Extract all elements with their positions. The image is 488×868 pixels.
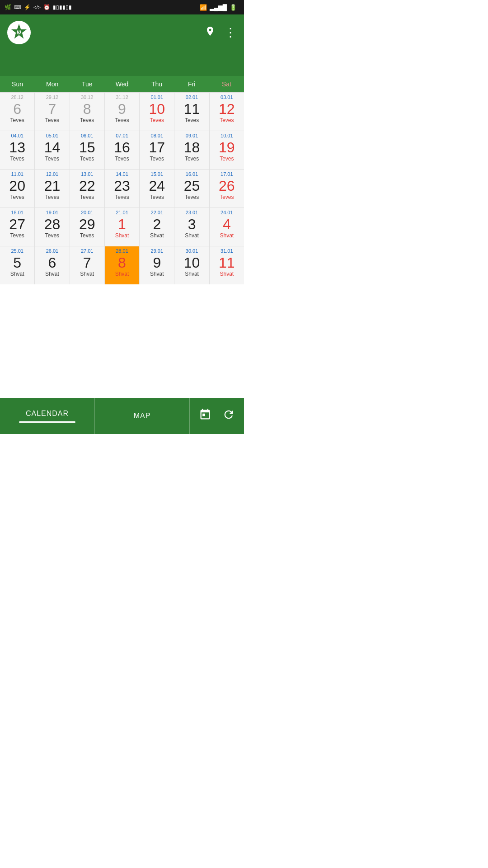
refresh-icon[interactable]	[222, 408, 235, 424]
calendar-cell[interactable]: 28.126Teves	[0, 93, 34, 131]
hebrew-month: Teves	[185, 117, 199, 123]
bottom-tab-calendar[interactable]: CALENDAR	[0, 398, 95, 434]
code-icon: ⌨	[14, 5, 21, 10]
calendar-cell[interactable]: 18.0127Teves	[0, 208, 34, 246]
date-number: 8	[83, 101, 91, 117]
gregorian-date: 30.12	[81, 94, 94, 100]
date-number: 18	[184, 140, 200, 156]
calendar-icon[interactable]	[199, 408, 211, 424]
calendar-cell[interactable]: 08.0117Teves	[140, 131, 174, 169]
hebrew-month: Teves	[45, 156, 59, 162]
hebrew-month: Teves	[185, 194, 199, 200]
barcode-icon: ▮▯▮▮▯▮	[53, 4, 72, 10]
calendar-cell[interactable]: 26.016Shvat	[35, 246, 69, 284]
clock-icon: ⏰	[43, 4, 50, 10]
date-number: 21	[44, 178, 61, 194]
calendar-cell[interactable]: 28.018Shvat	[105, 246, 139, 284]
gregorian-date: 03.01	[221, 94, 233, 100]
hebrew-month: Teves	[80, 117, 94, 123]
hebrew-month: Teves	[80, 232, 94, 239]
hebrew-month: Shvat	[115, 271, 129, 277]
date-number: 9	[118, 101, 126, 117]
calendar-cell[interactable]: 29.019Shvat	[140, 246, 174, 284]
hebrew-month: Teves	[150, 117, 164, 123]
gregorian-date: 08.01	[151, 133, 164, 139]
calendar-cell[interactable]: 19.0128Teves	[35, 208, 69, 246]
hebrew-month: Teves	[150, 156, 164, 162]
hebrew-month: Teves	[220, 117, 234, 123]
hebrew-month: Teves	[220, 194, 234, 200]
gregorian-date: 29.01	[151, 248, 164, 254]
gregorian-date: 16.01	[186, 171, 198, 177]
calendar-cell[interactable]: 31.0111Shvat	[210, 246, 244, 284]
calendar-cell[interactable]: 12.0121Teves	[35, 170, 69, 208]
date-number: 26	[219, 178, 235, 194]
gregorian-date: 24.01	[221, 210, 233, 216]
more-icon[interactable]: ⋮	[225, 26, 237, 40]
calendar-cell[interactable]: 30.0110Shvat	[174, 246, 209, 284]
prev-month-button[interactable]	[9, 60, 16, 67]
calendar-cell[interactable]: 23.013Shvat	[174, 208, 209, 246]
gregorian-date: 14.01	[116, 171, 128, 177]
day-header-thu: Thu	[140, 76, 174, 92]
location-icon[interactable]	[205, 26, 216, 39]
calendar-cell[interactable]: 31.129Teves	[105, 93, 139, 131]
calendar-cell[interactable]: 30.128Teves	[70, 93, 104, 131]
hebrew-month: Shvat	[220, 232, 234, 239]
gregorian-date: 31.12	[116, 94, 128, 100]
date-number: 17	[149, 140, 165, 156]
bottom-navigation: CALENDARMAP	[0, 398, 244, 434]
calendar-cell[interactable]: 14.0123Teves	[105, 170, 139, 208]
calendar-cell[interactable]: 06.0115Teves	[70, 131, 104, 169]
gregorian-date: 26.01	[46, 248, 59, 254]
calendar-cell[interactable]: 10.0119Teves	[210, 131, 244, 169]
calendar-cell[interactable]: 01.0110Teves	[140, 93, 174, 131]
gregorian-date: 29.12	[46, 94, 59, 100]
calendar-cell[interactable]: 02.0111Teves	[174, 93, 209, 131]
calendar-cell[interactable]: 05.0114Teves	[35, 131, 69, 169]
gregorian-date: 19.01	[46, 210, 59, 216]
gregorian-date: 23.01	[186, 210, 198, 216]
calendar-cell[interactable]: 09.0118Teves	[174, 131, 209, 169]
brackets-icon: </>	[33, 5, 41, 10]
gregorian-date: 05.01	[46, 133, 59, 139]
calendar-cell[interactable]: 24.014Shvat	[210, 208, 244, 246]
date-number: 12	[219, 101, 235, 117]
gregorian-date: 01.01	[151, 94, 164, 100]
day-header-fri: Fri	[174, 76, 209, 92]
calendar-cell[interactable]: 25.015Shvat	[0, 246, 34, 284]
calendar-cell[interactable]: 16.0125Teves	[174, 170, 209, 208]
gregorian-date: 07.01	[116, 133, 128, 139]
calendar-cell[interactable]: 20.0129Teves	[70, 208, 104, 246]
gregorian-date: 31.01	[221, 248, 233, 254]
hebrew-month: Teves	[150, 194, 164, 200]
svg-text:ש: ש	[17, 28, 21, 36]
bottom-tab-map[interactable]: MAP	[95, 398, 190, 434]
calendar-cell[interactable]: 17.0126Teves	[210, 170, 244, 208]
date-number: 8	[118, 255, 126, 271]
calendar-cell[interactable]: 04.0113Teves	[0, 131, 34, 169]
hebrew-month: Teves	[185, 156, 199, 162]
header-left: ש	[7, 21, 36, 44]
calendar-cell[interactable]: 07.0116Teves	[105, 131, 139, 169]
wifi-icon: 📶	[200, 4, 207, 11]
calendar-cell[interactable]: 11.0120Teves	[0, 170, 34, 208]
calendar-cell[interactable]: 21.011Shvat	[105, 208, 139, 246]
date-number: 29	[79, 217, 95, 232]
gregorian-date: 13.01	[81, 171, 94, 177]
calendar-cell[interactable]: 27.017Shvat	[70, 246, 104, 284]
calendar-cell[interactable]: 13.0122Teves	[70, 170, 104, 208]
gregorian-date: 21.01	[116, 210, 128, 216]
hebrew-month: Teves	[10, 194, 24, 200]
next-month-button[interactable]	[228, 60, 235, 67]
gregorian-date: 12.01	[46, 171, 59, 177]
calendar-cell[interactable]: 29.127Teves	[35, 93, 69, 131]
gregorian-date: 25.01	[11, 248, 23, 254]
calendar-cell[interactable]: 22.012Shvat	[140, 208, 174, 246]
calendar-cell[interactable]: 15.0124Teves	[140, 170, 174, 208]
date-number: 7	[83, 255, 91, 271]
calendar-cell[interactable]: 03.0112Teves	[210, 93, 244, 131]
date-number: 24	[149, 178, 165, 194]
gregorian-date: 28.01	[116, 248, 128, 254]
logo-star-svg: ש	[7, 21, 31, 44]
